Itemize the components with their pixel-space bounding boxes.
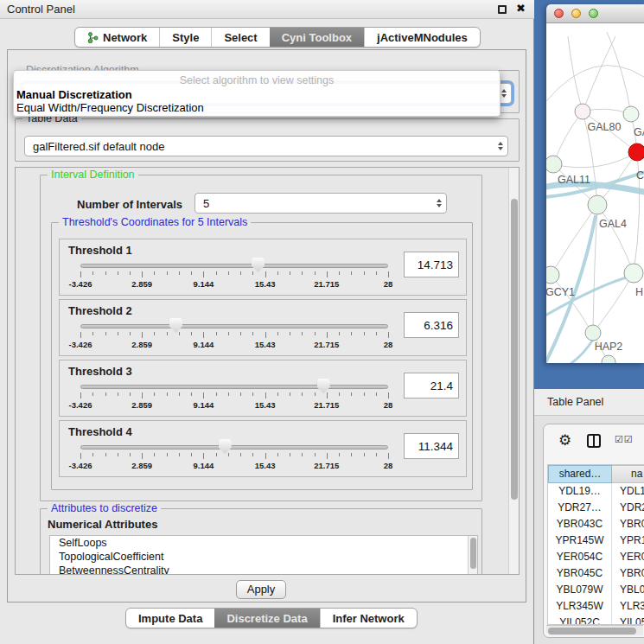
node-top-right[interactable] bbox=[623, 106, 639, 122]
combo-stepper-icon bbox=[494, 142, 507, 150]
numerical-attributes-list: SelfLoops TopologicalCoefficient Between… bbox=[49, 535, 478, 575]
table-row[interactable]: YIL052CYIL05 bbox=[548, 615, 644, 625]
threshold-2-value-field[interactable]: 6.316 bbox=[404, 312, 459, 338]
settings-scrollbar[interactable] bbox=[508, 168, 519, 574]
threshold-1-value-field[interactable]: 14.713 bbox=[404, 252, 459, 277]
slider-ticks bbox=[80, 271, 388, 278]
table-data-group: Table Data galFiltered.sif default node bbox=[15, 118, 520, 162]
table-row[interactable]: YLR345WYLR34 bbox=[548, 598, 644, 615]
tab-impute-data[interactable]: Impute Data bbox=[126, 609, 214, 628]
tab-discretize-data[interactable]: Discretize Data bbox=[214, 609, 319, 628]
node-label: GAL80 bbox=[588, 121, 622, 133]
list-item[interactable]: SelfLoops bbox=[50, 536, 477, 550]
interval-definition-group: Interval Definition Number of Intervals … bbox=[40, 175, 482, 501]
tab-infer-network[interactable]: Infer Network bbox=[320, 609, 417, 628]
control-panel: Control Panel ✖ Network Style Select Cyn… bbox=[0, 0, 534, 644]
node-label: C bbox=[636, 169, 644, 182]
table-panel-title: Table Panel bbox=[547, 396, 603, 408]
threshold-4-slider[interactable] bbox=[80, 445, 388, 450]
popup-placeholder: Select algorithm to view settings bbox=[14, 74, 500, 86]
node-label: H bbox=[635, 286, 643, 298]
network-canvas[interactable]: GAL80 GA C GAL11 GAL4 GCY1 H HAP2 bbox=[546, 23, 644, 363]
threshold-3-value-field[interactable]: 21.4 bbox=[404, 373, 459, 399]
table-row[interactable]: YBR043CYBR04 bbox=[548, 516, 644, 532]
apply-button[interactable]: Apply bbox=[236, 580, 286, 599]
table-panel-body: ⚙ ☑☑ shared… na YDL19…YDL19 YDR27…YDR27 … bbox=[534, 416, 644, 644]
cyni-toolbox-panel: Discretization Algorithm Select algorith… bbox=[7, 49, 526, 603]
node-table: shared… na YDL19…YDL19 YDR27…YDR27 YBR04… bbox=[547, 464, 644, 625]
attributes-group: Attributes to discretize Numerical Attri… bbox=[40, 508, 482, 575]
node-red-selected[interactable] bbox=[628, 143, 644, 161]
float-window-icon[interactable] bbox=[498, 5, 507, 14]
tab-jactivemnodules[interactable]: jActiveMNodules bbox=[364, 28, 480, 47]
popup-option-manual-discretization[interactable]: Manual Discretization bbox=[16, 88, 132, 101]
slider-thumb[interactable] bbox=[317, 379, 330, 393]
slider-thumb[interactable] bbox=[252, 258, 265, 272]
column-header-name[interactable]: na bbox=[612, 465, 644, 483]
node-label: GAL11 bbox=[558, 174, 590, 186]
threshold-3-slider[interactable] bbox=[80, 385, 388, 389]
threshold-4-box: Threshold 4 -3.426 2.859 9.144 15.43 21.… bbox=[59, 420, 467, 477]
node-table-panel: ⚙ ☑☑ shared… na YDL19…YDL19 YDR27…YDR27 … bbox=[543, 424, 644, 638]
slider-ticks bbox=[80, 332, 388, 339]
tab-select[interactable]: Select bbox=[211, 28, 269, 47]
threshold-4-value-field[interactable]: 11.344 bbox=[404, 433, 459, 459]
node-hap2[interactable] bbox=[585, 325, 601, 341]
table-horizontal-scrollbar[interactable] bbox=[546, 625, 643, 635]
table-panel-header: Table Panel bbox=[534, 389, 644, 416]
table-row[interactable]: YPR145WYPR14 bbox=[548, 532, 644, 549]
control-panel-titlebar: Control Panel ✖ bbox=[0, 0, 534, 19]
list-item[interactable]: TopologicalCoefficient bbox=[50, 550, 477, 564]
table-row[interactable]: YDL19…YDL19 bbox=[548, 483, 644, 500]
table-row[interactable]: YBL079WYBL07 bbox=[548, 582, 644, 598]
close-icon[interactable]: ✖ bbox=[516, 2, 526, 15]
columns-icon[interactable] bbox=[587, 434, 601, 448]
node-bottom[interactable] bbox=[602, 355, 615, 363]
threshold-1-slider[interactable] bbox=[80, 264, 388, 268]
close-traffic-light-icon[interactable] bbox=[554, 9, 564, 18]
slider-thumb[interactable] bbox=[169, 318, 182, 333]
algorithm-dropdown-popup: Select algorithm to view settings Manual… bbox=[13, 70, 501, 117]
node-label: GAL4 bbox=[599, 218, 627, 230]
table-row[interactable]: YBR045CYBR04 bbox=[548, 565, 644, 582]
popup-option-equal-width-frequency[interactable]: Equal Width/Frequency Discretization bbox=[16, 101, 204, 114]
number-of-intervals-combobox[interactable]: 5 bbox=[194, 193, 447, 214]
group-title: Threshold's Coordinates for 5 Intervals bbox=[59, 216, 251, 228]
cyni-bottom-tabs: Impute Data Discretize Data Infer Networ… bbox=[125, 608, 418, 628]
gear-icon[interactable]: ⚙ bbox=[558, 431, 571, 449]
tab-network-label: Network bbox=[103, 31, 147, 44]
zoom-traffic-light-icon[interactable] bbox=[589, 9, 598, 18]
node-gal80[interactable] bbox=[575, 104, 590, 119]
tab-cyni-toolbox[interactable]: Cyni Toolbox bbox=[270, 28, 364, 47]
threshold-3-box: Threshold 3 -3.426 2.859 9.144 15.43 21.… bbox=[59, 360, 467, 417]
panel-title: Control Panel bbox=[7, 3, 75, 16]
numerical-attributes-label: Numerical Attributes bbox=[48, 518, 157, 531]
table-row[interactable]: YDR27…YDR27 bbox=[548, 500, 644, 516]
node-h[interactable] bbox=[624, 264, 643, 283]
node-gal11[interactable] bbox=[546, 156, 562, 173]
column-header-shared-name[interactable]: shared… bbox=[548, 465, 612, 483]
select-checkboxes-icon[interactable]: ☑☑ bbox=[615, 434, 634, 445]
list-scrollbar[interactable] bbox=[468, 536, 477, 574]
minimize-traffic-light-icon[interactable] bbox=[571, 9, 581, 18]
scrollbar-thumb[interactable] bbox=[511, 199, 518, 500]
table-data-combobox[interactable]: galFiltered.sif default node bbox=[24, 136, 508, 156]
network-window-titlebar[interactable] bbox=[546, 4, 644, 23]
node-label: GCY1 bbox=[546, 286, 575, 298]
threshold-2-slider[interactable] bbox=[80, 324, 388, 328]
slider-ticks bbox=[80, 453, 388, 460]
algorithm-settings-panel: Interval Definition Number of Intervals … bbox=[15, 167, 520, 575]
group-title: Interval Definition bbox=[48, 169, 138, 181]
scrollbar-thumb[interactable] bbox=[548, 628, 636, 634]
table-row[interactable]: YER054CYER05 bbox=[548, 549, 644, 565]
threshold-1-box: Threshold 1 -3.426 2.859 9.144 15.43 21.… bbox=[59, 239, 467, 296]
control-panel-tabs: Network Style Select Cyni Toolbox jActiv… bbox=[74, 27, 481, 48]
list-item[interactable]: BetweennessCentrality bbox=[50, 564, 477, 575]
tab-network[interactable]: Network bbox=[75, 28, 159, 47]
node-gal4[interactable] bbox=[588, 195, 607, 214]
slider-ticks bbox=[80, 392, 388, 399]
slider-thumb[interactable] bbox=[219, 439, 232, 454]
node-gcy1[interactable] bbox=[546, 266, 559, 284]
scrollbar-thumb[interactable] bbox=[470, 538, 476, 569]
tab-style[interactable]: Style bbox=[159, 28, 211, 47]
